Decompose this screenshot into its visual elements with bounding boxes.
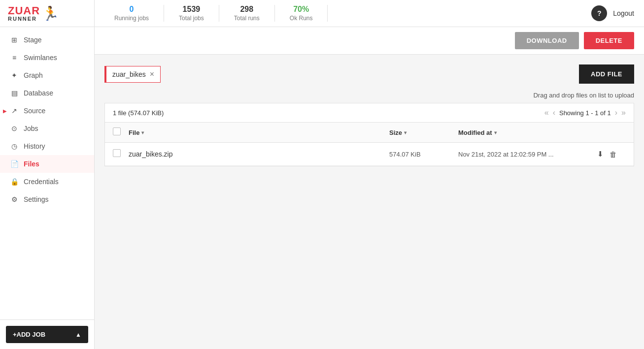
sidebar-item-files[interactable]: 📄 Files [0, 155, 94, 173]
jobs-icon: ⊙ [10, 125, 19, 132]
add-job-label: +ADD JOB [13, 331, 45, 338]
size-sort-icon[interactable]: ▾ [404, 130, 407, 135]
file-sort-icon[interactable]: ▾ [141, 130, 144, 135]
add-job-button[interactable]: +ADD JOB ▲ [6, 326, 88, 343]
running-jobs-label: Running jobs [114, 15, 149, 22]
table-row: zuar_bikes.zip 574.07 KiB Nov 21st, 2022… [105, 143, 634, 166]
swimlanes-icon: ≡ [10, 54, 19, 62]
sidebar-item-source-label: Source [24, 107, 45, 115]
filter-tag-value: zuar_bikes [112, 70, 146, 78]
header-modified-col: Modified at ▾ [458, 129, 596, 136]
prev-icon[interactable]: ‹ [553, 108, 555, 117]
sidebar: ⊞ Stage ≡ Swimlanes ✦ Graph ▤ Database ▶… [0, 27, 95, 349]
sidebar-item-source[interactable]: ▶ ↗ Source [0, 102, 94, 120]
sidebar-item-jobs[interactable]: ⊙ Jobs [0, 120, 94, 137]
col-file-label: File [129, 129, 139, 136]
chevron-up-icon: ▲ [75, 331, 81, 338]
download-button[interactable]: DOWNLOAD [515, 32, 579, 49]
sidebar-item-database-label: Database [24, 89, 53, 97]
drag-drop-hint: Drag and drop files on list to upload [104, 92, 634, 99]
total-runs-value: 298 [240, 5, 253, 14]
sidebar-item-graph-label: Graph [24, 71, 43, 79]
filter-tag-close-icon[interactable]: × [150, 70, 154, 78]
stat-ok-runs: 70% Ok Runs [275, 5, 328, 22]
filter-tag: zuar_bikes × [104, 66, 161, 83]
graph-icon: ✦ [10, 71, 19, 79]
row-checkbox-col [113, 149, 129, 159]
row-actions: ⬇ 🗑 [596, 149, 626, 159]
logo-text: ZUAR RUNNER [8, 5, 40, 22]
database-icon: ▤ [10, 89, 19, 97]
sidebar-item-credentials[interactable]: 🔒 Credentials [0, 173, 94, 190]
next-icon[interactable]: › [615, 108, 617, 117]
col-modified-label: Modified at [458, 129, 492, 136]
topbar: ZUAR RUNNER 🏃 0 Running jobs 1539 Total … [0, 0, 644, 27]
add-file-button[interactable]: ADD FILE [579, 64, 634, 84]
files-table: 1 file (574.07 KiB) « ‹ Showing 1 - 1 of… [104, 103, 634, 166]
row-modified: Nov 21st, 2022 at 12:02:59 PM ... [458, 151, 596, 158]
sidebar-item-history-label: History [24, 142, 45, 150]
files-panel: zuar_bikes × ADD FILE Drag and drop file… [95, 55, 644, 349]
sidebar-item-jobs-label: Jobs [24, 125, 38, 132]
row-size: 574.07 KiB [389, 151, 458, 158]
row-checkbox[interactable] [113, 149, 121, 157]
delete-button[interactable]: DELETE [584, 32, 634, 49]
sidebar-item-stage-label: Stage [24, 36, 42, 44]
running-jobs-value: 0 [130, 5, 134, 14]
action-bar: DOWNLOAD DELETE [95, 27, 644, 55]
pagination: « ‹ Showing 1 - 1 of 1 › » [544, 108, 626, 117]
logout-button[interactable]: Logout [613, 9, 634, 17]
main-layout: ⊞ Stage ≡ Swimlanes ✦ Graph ▤ Database ▶… [0, 27, 644, 349]
ok-runs-label: Ok Runs [290, 15, 313, 22]
help-button[interactable]: ? [591, 5, 607, 21]
stat-running-jobs: 0 Running jobs [104, 5, 164, 22]
sidebar-bottom: +ADD JOB ▲ [0, 319, 94, 349]
header-file-col: File ▾ [129, 129, 389, 136]
total-runs-label: Total runs [234, 15, 260, 22]
modified-sort-icon[interactable]: ▾ [494, 130, 497, 135]
prev-page-icon[interactable]: « [544, 108, 549, 117]
header-checkbox[interactable] [113, 127, 121, 135]
stat-total-jobs: 1539 Total jobs [164, 5, 219, 22]
logo-runner-icon: 🏃 [42, 5, 59, 22]
files-icon: 📄 [10, 160, 19, 168]
topbar-actions: ? Logout [591, 5, 644, 21]
file-count: 1 file (574.07 KiB) [113, 109, 164, 117]
sidebar-item-stage[interactable]: ⊞ Stage [0, 31, 94, 49]
sidebar-item-swimlanes-label: Swimlanes [24, 54, 57, 62]
ok-runs-value: 70% [293, 5, 309, 14]
next-page-icon[interactable]: » [621, 108, 626, 117]
total-jobs-label: Total jobs [179, 15, 204, 22]
source-arrow-icon: ▶ [3, 108, 7, 114]
total-jobs-value: 1539 [183, 5, 201, 14]
filter-bar: zuar_bikes × ADD FILE [104, 64, 634, 84]
source-icon: ↗ [10, 107, 19, 115]
sidebar-item-history[interactable]: ◷ History [0, 137, 94, 155]
logo-zuar: ZUAR [8, 5, 40, 16]
table-header: File ▾ Size ▾ Modified at ▾ [105, 123, 634, 143]
header-size-col: Size ▾ [389, 129, 458, 136]
header-checkbox-col [113, 127, 129, 137]
sidebar-nav: ⊞ Stage ≡ Swimlanes ✦ Graph ▤ Database ▶… [0, 27, 94, 319]
pagination-label: Showing 1 - 1 of 1 [559, 109, 611, 117]
row-delete-button[interactable]: 🗑 [609, 149, 618, 159]
stat-total-runs: 298 Total runs [219, 5, 275, 22]
settings-icon: ⚙ [10, 195, 19, 203]
row-filename: zuar_bikes.zip [129, 150, 389, 158]
sidebar-item-graph[interactable]: ✦ Graph [0, 66, 94, 84]
sidebar-item-settings-label: Settings [24, 195, 49, 203]
stats-bar: 0 Running jobs 1539 Total jobs 298 Total… [95, 5, 591, 22]
credentials-icon: 🔒 [10, 178, 19, 186]
history-icon: ◷ [10, 142, 19, 150]
col-size-label: Size [389, 129, 402, 136]
sidebar-item-files-label: Files [24, 160, 39, 168]
sidebar-item-settings[interactable]: ⚙ Settings [0, 190, 94, 208]
stage-icon: ⊞ [10, 36, 19, 44]
sidebar-item-database[interactable]: ▤ Database [0, 84, 94, 102]
logo-area: ZUAR RUNNER 🏃 [0, 0, 95, 27]
table-meta: 1 file (574.07 KiB) « ‹ Showing 1 - 1 of… [105, 103, 634, 123]
sidebar-item-swimlanes[interactable]: ≡ Swimlanes [0, 49, 94, 66]
logo-runner: RUNNER [8, 16, 40, 22]
sidebar-item-credentials-label: Credentials [24, 178, 59, 186]
row-download-button[interactable]: ⬇ [596, 149, 605, 159]
